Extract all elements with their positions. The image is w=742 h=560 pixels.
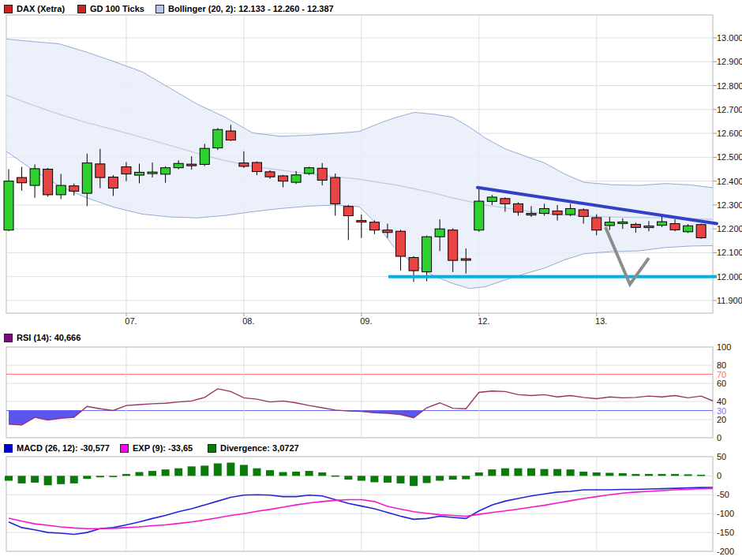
legend-dax-label: DAX (Xetra) xyxy=(17,4,65,13)
rsi-series-marker-icon xyxy=(4,334,13,342)
svg-text:12.900: 12.900 xyxy=(717,57,742,66)
macd-legend: MACD (26, 12): -30,577 EXP (9): -33,65 D… xyxy=(0,442,742,454)
legend-macd[interactable]: MACD (26, 12): -30,577 xyxy=(4,442,110,454)
svg-text:60: 60 xyxy=(717,379,726,388)
legend-divergence-label: Divergence: 3,0727 xyxy=(220,443,299,453)
legend-macd-label: MACD (26, 12): -30,577 xyxy=(17,443,110,453)
svg-text:08.: 08. xyxy=(242,316,254,326)
svg-text:13.: 13. xyxy=(595,316,607,326)
main-legend: DAX (Xetra) GD 100 Ticks Bollinger (20, … xyxy=(0,2,742,15)
chart-window: 13.00012.90012.80012.70012.60012.50012.4… xyxy=(0,0,742,560)
svg-text:-50: -50 xyxy=(717,490,729,499)
legend-exp-label: EXP (9): -33,65 xyxy=(133,443,193,453)
svg-text:-200: -200 xyxy=(717,547,734,556)
legend-bollinger[interactable]: Bollinger (20, 2): 12.133 - 12.260 - 12.… xyxy=(156,2,334,15)
legend-exp[interactable]: EXP (9): -33,65 xyxy=(120,442,193,454)
svg-text:07.: 07. xyxy=(125,316,137,326)
svg-text:12.400: 12.400 xyxy=(717,177,742,186)
legend-rsi-label: RSI (14): 40,666 xyxy=(17,333,81,342)
svg-text:12.600: 12.600 xyxy=(717,129,742,138)
svg-text:70: 70 xyxy=(717,370,726,379)
legend-divergence[interactable]: Divergence: 3,0727 xyxy=(208,442,299,454)
legend-gd100[interactable]: GD 100 Ticks xyxy=(77,2,144,15)
svg-text:-100: -100 xyxy=(717,509,734,518)
svg-text:11.900: 11.900 xyxy=(717,296,742,305)
svg-text:40: 40 xyxy=(717,397,726,406)
svg-text:12.100: 12.100 xyxy=(717,248,742,257)
divergence-series-marker-icon xyxy=(208,444,216,453)
svg-text:13.000: 13.000 xyxy=(717,33,742,43)
legend-dax[interactable]: DAX (Xetra) xyxy=(4,2,65,15)
svg-text:-150: -150 xyxy=(717,528,734,537)
svg-text:12.800: 12.800 xyxy=(717,81,742,91)
svg-text:30: 30 xyxy=(717,406,726,416)
svg-text:12.500: 12.500 xyxy=(717,152,742,162)
svg-text:12.300: 12.300 xyxy=(717,200,742,210)
gd100-series-marker-icon xyxy=(77,5,86,13)
rsi-legend: RSI (14): 40,666 xyxy=(0,331,742,344)
svg-text:12.200: 12.200 xyxy=(717,224,742,233)
legend-bollinger-label: Bollinger (20, 2): 12.133 - 12.260 - 12.… xyxy=(168,4,334,13)
svg-text:09.: 09. xyxy=(360,316,372,326)
legend-gd100-label: GD 100 Ticks xyxy=(90,4,144,13)
bollinger-series-marker-icon xyxy=(156,5,164,13)
svg-text:80: 80 xyxy=(717,360,726,370)
svg-text:20: 20 xyxy=(717,415,726,424)
macd-series-marker-icon xyxy=(4,444,13,453)
chart-canvas: 13.00012.90012.80012.70012.60012.50012.4… xyxy=(0,0,742,560)
exp-series-marker-icon xyxy=(120,444,129,453)
legend-rsi[interactable]: RSI (14): 40,666 xyxy=(4,331,81,344)
svg-text:0: 0 xyxy=(717,471,721,480)
dax-series-marker-icon xyxy=(4,5,13,13)
svg-text:12.: 12. xyxy=(478,316,489,326)
svg-text:12.000: 12.000 xyxy=(717,272,742,282)
svg-text:12.700: 12.700 xyxy=(717,105,742,114)
